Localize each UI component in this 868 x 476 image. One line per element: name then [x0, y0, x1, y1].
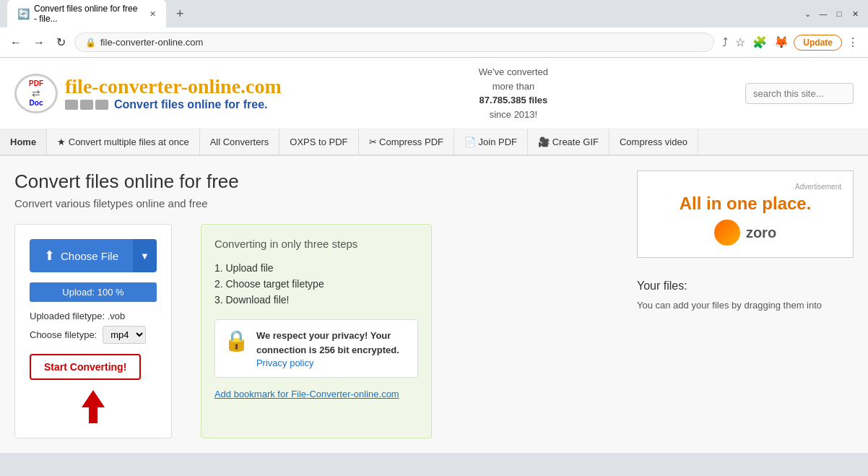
arrow-stem	[89, 407, 97, 423]
ad-headline-part1: All in	[680, 194, 726, 213]
uploaded-filetype-label: Uploaded filetype:	[30, 311, 105, 321]
window-close-btn[interactable]: ✕	[849, 8, 861, 20]
uploaded-filetype-value: .vob	[108, 311, 126, 321]
nav-item-home[interactable]: Home	[0, 129, 47, 155]
content-left: Convert files online for free Convert va…	[14, 170, 622, 438]
stats-line2: more than	[492, 81, 535, 92]
logo-pdf-label: PDF	[29, 79, 43, 87]
choose-filetype-label: Choose filetype:	[30, 329, 97, 340]
new-tab-button[interactable]: +	[172, 7, 188, 22]
address-input[interactable]: 🔒 file-converter-online.com	[74, 33, 714, 52]
choose-file-button[interactable]: ⬆ Choose File	[30, 239, 133, 272]
browser-tab[interactable]: 🔄 Convert files online for free - file..…	[7, 0, 166, 28]
title-bar: 🔄 Convert files online for free - file..…	[0, 0, 868, 27]
ad-box: Advertisement All in one place. zoro	[637, 170, 854, 258]
site-name: file-converter-online.com	[65, 75, 282, 98]
window-tile-btn[interactable]: ⌄	[802, 8, 813, 20]
ad-headline-part2: place.	[758, 194, 812, 213]
arrow-head-icon	[82, 390, 105, 407]
upload-icon: ⬆	[44, 248, 55, 264]
ad-area: Advertisement All in one place. zoro You…	[637, 170, 854, 438]
info-steps: 1. Upload file 2. Choose target filetype…	[214, 260, 418, 308]
nav-item-all[interactable]: All Converters	[200, 129, 280, 155]
privacy-box: 🔒 We respect your privacy! Your connecti…	[214, 319, 418, 378]
upload-progress-bar: Upload: 100 %	[30, 282, 157, 302]
filetype-select[interactable]: mp4	[103, 326, 146, 344]
step-1: 1. Upload file	[214, 260, 418, 276]
tab-close-btn[interactable]: ✕	[149, 9, 156, 19]
url-text: file-converter-online.com	[100, 37, 203, 48]
info-box: Converting in only three steps 1. Upload…	[201, 224, 432, 438]
nav-item-multiple[interactable]: ★ Convert multiple files at once	[47, 129, 200, 155]
lock-icon: 🔒	[85, 38, 96, 48]
arrow-indicator	[30, 390, 157, 423]
filetype-row: Choose filetype: mp4	[30, 326, 157, 344]
privacy-policy-link[interactable]: Privacy policy	[256, 358, 313, 368]
tab-favicon: 🔄	[17, 8, 30, 20]
stats-count: 87.785.385 files	[479, 95, 548, 105]
tab-title: Convert files online for free - file...	[34, 4, 141, 24]
upload-label: Upload: 100 %	[62, 287, 123, 298]
start-converting-button[interactable]: Start Converting!	[30, 354, 141, 380]
back-button[interactable]: ←	[7, 35, 25, 51]
forward-button[interactable]: →	[30, 35, 48, 51]
toolbar-icons: ⤴ ☆ 🧩 🦊 Update ⋮	[720, 33, 861, 51]
privacy-text: We respect your privacy! Your connection…	[256, 329, 409, 357]
privacy-bold-text: We respect your privacy! Your connection…	[256, 330, 399, 355]
stats-line1: We've converted	[479, 66, 548, 77]
main-area: Convert files online for free Convert va…	[0, 156, 868, 453]
bookmark-link[interactable]: Add bookmark for File-Converter-online.c…	[214, 389, 399, 399]
info-title: Converting in only three steps	[214, 238, 418, 250]
header-left: PDF ⇄ Doc file-converter-online.com Conv…	[14, 74, 282, 113]
window-controls: ⌄ — □ ✕	[802, 8, 861, 20]
dropdown-arrow-icon: ▼	[140, 251, 149, 261]
ad-label: Advertisement	[649, 183, 841, 191]
nav-item-oxps[interactable]: OXPS to PDF	[279, 129, 358, 155]
start-converting-label: Start Converting!	[44, 361, 126, 373]
uploaded-filetype-info: Uploaded filetype: .vob	[30, 311, 157, 321]
step-2: 2. Choose target filetype	[214, 276, 418, 292]
your-files-description: You can add your files by dragging them …	[637, 298, 854, 313]
page-subtitle: Convert various filetypes online and fre…	[14, 197, 622, 209]
ad-brand-name: zoro	[746, 225, 776, 241]
window-maximize-btn[interactable]: □	[833, 8, 845, 20]
page-title: Convert files online for free	[14, 170, 622, 193]
site-header: PDF ⇄ Doc file-converter-online.com Conv…	[0, 58, 868, 129]
lock-big-icon: 🔒	[224, 329, 249, 352]
bookmark-icon[interactable]: ☆	[733, 33, 747, 51]
share-icon[interactable]: ⤴	[720, 34, 730, 51]
update-button[interactable]: Update	[794, 35, 842, 51]
middle-section: ⬆ Choose File ▼ Upload: 100 % Uploaded f…	[14, 224, 622, 438]
header-stats: We've converted more than 87.785.385 fil…	[479, 65, 548, 121]
logo-arrow-icon: ⇄	[32, 87, 40, 99]
choose-file-dropdown-btn[interactable]: ▼	[133, 239, 157, 272]
nav-bar: Home ★ Convert multiple files at once Al…	[0, 129, 868, 156]
logo-doc-label: Doc	[30, 99, 43, 107]
nav-item-compress-video[interactable]: Compress video	[609, 129, 698, 155]
address-bar: ← → ↻ 🔒 file-converter-online.com ⤴ ☆ 🧩 …	[0, 27, 868, 58]
ad-headline-accent: one	[726, 194, 758, 213]
page-content: PDF ⇄ Doc file-converter-online.com Conv…	[0, 58, 868, 453]
site-tagline: Convert files online for free.	[114, 98, 267, 111]
window-minimize-btn[interactable]: —	[817, 8, 829, 20]
step-3: 3. Download file!	[214, 292, 418, 308]
choose-file-label: Choose File	[61, 250, 118, 262]
ad-brand: zoro	[649, 220, 841, 246]
header-right	[745, 83, 854, 104]
menu-icon[interactable]: ⋮	[845, 33, 861, 51]
site-logo: PDF ⇄ Doc	[14, 74, 58, 113]
extensions-icon[interactable]: 🧩	[750, 33, 769, 51]
refresh-button[interactable]: ↻	[53, 34, 69, 51]
ad-headline: All in one place.	[649, 194, 841, 214]
profile-icon[interactable]: 🦊	[772, 33, 791, 51]
zoro-logo-icon	[714, 220, 740, 246]
choose-file-row: ⬆ Choose File ▼	[30, 239, 157, 272]
your-files-title: Your files:	[637, 280, 854, 293]
your-files-section: Your files: You can add your files by dr…	[637, 272, 854, 320]
converter-box: ⬆ Choose File ▼ Upload: 100 % Uploaded f…	[14, 224, 172, 438]
nav-item-join-pdf[interactable]: 📄 Join PDF	[454, 129, 528, 155]
nav-item-compress-pdf[interactable]: ✂ Compress PDF	[359, 129, 454, 155]
stats-since: since 2013!	[490, 109, 538, 120]
nav-item-create-gif[interactable]: 🎥 Create GIF	[528, 129, 609, 155]
search-input[interactable]	[745, 83, 854, 104]
